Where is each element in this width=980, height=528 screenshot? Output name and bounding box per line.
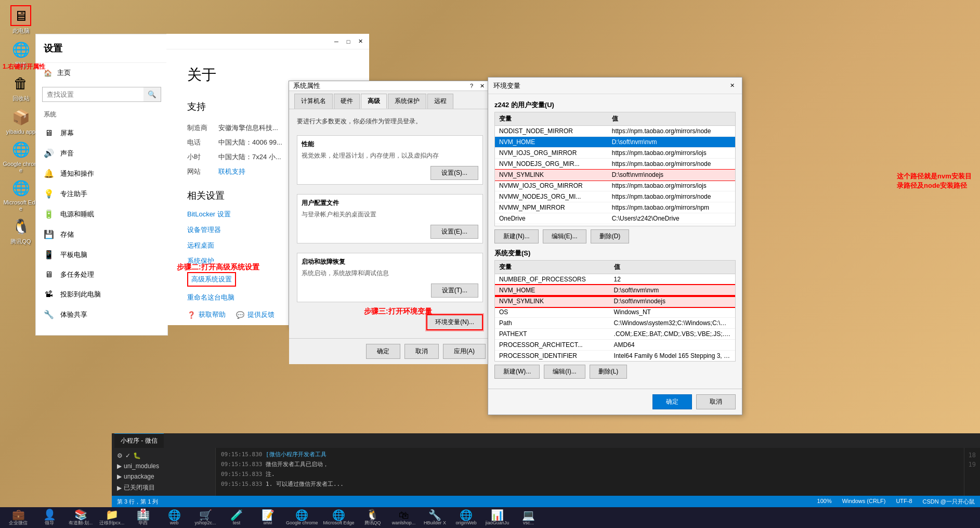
settings-item-tablet[interactable]: 📱 平板电脑 xyxy=(36,244,167,265)
desktop-icon-yibaidu[interactable]: 📦 yibaidu app xyxy=(3,107,39,135)
tab-sys-protection[interactable]: 系统保护 xyxy=(388,94,426,109)
sys-var-row[interactable]: NUMBER_OF_PROCESSORS12 xyxy=(495,274,735,285)
sys-var-row[interactable]: PROCESSOR_ARCHITECT...AMD64 xyxy=(495,340,735,351)
taskbar-item-lead[interactable]: 👤 领导 xyxy=(34,508,65,527)
settings-search-button[interactable]: 🔍 xyxy=(143,87,161,101)
taskbar-item-pcx[interactable]: 📁 迁移到pcx... xyxy=(96,508,127,527)
profile-settings-button[interactable]: 设置(E)... xyxy=(430,225,478,239)
sys-var-row[interactable]: PATHEXT.COM;.EXE;.BAT;.CMD;.VBS;.VBE;.JS… xyxy=(495,329,735,340)
pcx-label: 迁移到pcx... xyxy=(99,520,125,526)
about-maximize-button[interactable]: □ xyxy=(344,37,353,46)
settings-search-input[interactable] xyxy=(43,87,143,101)
about-close-button[interactable]: ✕ xyxy=(356,37,365,46)
desktop-icon-google-chrome[interactable]: 🌐 Google chrome xyxy=(3,139,39,173)
taskbar-item-edge[interactable]: 🌐 Microsoft Edge xyxy=(321,508,357,527)
taskbar-item-enterprise[interactable]: 💼 企业微信 xyxy=(3,508,34,527)
vsc-icon: 💻 xyxy=(522,510,535,520)
file-tree-item-unpackage[interactable]: ▶ unpackage xyxy=(112,471,215,482)
env-vars-button[interactable]: 环境变量(N)... xyxy=(426,314,483,330)
sys-var-row[interactable]: PROCESSOR_LEVEL6 xyxy=(495,362,735,362)
tab-computer-name[interactable]: 计算机名 xyxy=(294,94,333,109)
file-tree-item-uni[interactable]: ▶ uni_modules xyxy=(112,461,215,471)
desktop-icon-network[interactable]: 🌐 网络 xyxy=(3,39,39,69)
sys-var-row[interactable]: NVM_HOMED:\soft\nvm\nvm xyxy=(495,285,735,296)
notifications-icon: 🔔 xyxy=(44,169,54,178)
sys-var-row[interactable]: NVM_SYMLINKD:\soft\nvm\nodejs xyxy=(495,296,735,307)
editor-tab-wechat[interactable]: 小程序 - 微信 xyxy=(114,433,164,448)
settings-item-power[interactable]: 🔋 电源和睡眠 xyxy=(36,204,167,224)
sys-new-button[interactable]: 新建(W)... xyxy=(494,365,540,379)
about-feedback-link[interactable]: 提供反馈 xyxy=(247,310,275,319)
settings-item-storage[interactable]: 💾 存储 xyxy=(36,224,167,244)
user-edit-button[interactable]: 编辑(E)... xyxy=(543,229,586,243)
about-advanced-sys-link[interactable]: 高级系统设置 xyxy=(187,272,236,287)
settings-item-multitask[interactable]: 🖥 多任务处理 xyxy=(36,265,167,285)
taskbar-item-yshop[interactable]: 🛒 yshop2c... xyxy=(190,508,221,527)
sys-var-row[interactable]: OSWindows_NT xyxy=(495,307,735,318)
about-get-help[interactable]: ❓ 获取帮助 xyxy=(187,310,226,319)
sys-edit-button[interactable]: 编辑(I)... xyxy=(544,365,585,379)
about-get-help-link[interactable]: 获取帮助 xyxy=(199,310,226,319)
about-minimize-button[interactable]: ─ xyxy=(332,37,341,46)
desktop-icon-qq[interactable]: 🐧 腾讯QQ xyxy=(3,216,39,246)
taskbar-item-chrome[interactable]: 🌐 Google chrome xyxy=(283,508,321,527)
taskbar-item-unlapp[interactable]: 📚 有道翻-划... xyxy=(65,508,96,527)
sys-props-help-button[interactable]: ? xyxy=(467,81,476,91)
user-delete-button[interactable]: 删除(D) xyxy=(591,229,630,243)
startup-settings-button[interactable]: 设置(T)... xyxy=(431,284,478,298)
settings-search-box[interactable]: 🔍 xyxy=(42,87,161,102)
settings-item-notifications[interactable]: 🔔 通知和操作 xyxy=(36,163,167,184)
sys-props-close-button[interactable]: ✕ xyxy=(477,81,487,91)
tab-remote[interactable]: 远程 xyxy=(427,94,453,109)
about-website-link[interactable]: 联机支持 xyxy=(218,167,245,176)
tab-advanced[interactable]: 高级 xyxy=(361,94,387,109)
google-chrome-icon: 🌐 xyxy=(10,139,31,160)
desktop-icon-recycle[interactable]: 🗑 回收站 xyxy=(3,73,39,102)
sys-var-row[interactable]: PROCESSOR_IDENTIFIERIntel64 Family 6 Mod… xyxy=(495,351,735,362)
settings-item-project[interactable]: 📽 投影到此电脑 xyxy=(36,285,167,304)
sys-props-ok-button[interactable]: 确定 xyxy=(366,344,400,359)
taskbar-item-vsc[interactable]: 💻 vsc... xyxy=(513,508,544,527)
qq-label: 腾讯QQ xyxy=(10,238,31,246)
sys-props-cancel-button[interactable]: 取消 xyxy=(404,344,439,359)
taskbar-item-test[interactable]: 🧪 test xyxy=(221,508,252,527)
sys-props-apply-button[interactable]: 应用(A) xyxy=(443,344,486,359)
user-var-row[interactable]: NVMW_NODEJS_ORG_MI...https://npm.taobao.… xyxy=(495,191,735,202)
taskbar-item-wiwi[interactable]: 📝 wiwi xyxy=(252,508,283,527)
sys-var-row[interactable]: PathC:\Windows\system32;C:\Windows;C:\Wi… xyxy=(495,318,735,329)
tab-hardware[interactable]: 硬件 xyxy=(334,94,360,109)
env-ok-button[interactable]: 确定 xyxy=(652,394,692,409)
taskbar-item-huaxi[interactable]: 🏥 华西 xyxy=(127,508,159,527)
file-tree-toolbar[interactable]: ⚙ ✓ 🐛 xyxy=(112,450,215,461)
taskbar-item-qq[interactable]: 🐧 腾讯QQ xyxy=(357,508,388,527)
desktop-icon-my-computer[interactable]: 🖥 此电脑 xyxy=(3,5,39,35)
taskbar-item-jiaoguan[interactable]: 📊 jiaoGuanJu xyxy=(482,508,513,527)
user-new-button[interactable]: 新建(N)... xyxy=(494,229,539,243)
taskbar-item-hbuilder[interactable]: 🔧 HBuilder X xyxy=(420,508,451,527)
user-var-row[interactable]: NVM_HOMED:\soft\nvm\nvm xyxy=(495,137,735,148)
taskbar-item-originweb[interactable]: 🌐 originWeb xyxy=(451,508,482,527)
user-var-row[interactable]: NVM_IOJS_ORG_MIRRORhttps://npm.taobao.or… xyxy=(495,148,735,159)
file-tree-item-closed[interactable]: ▶ 已关闭项目 xyxy=(112,482,215,494)
user-var-row[interactable]: NVMW_NPM_MIRRORhttps://npm.taobao.org/mi… xyxy=(495,202,735,213)
perf-settings-button[interactable]: 设置(S)... xyxy=(430,166,478,180)
settings-item-sound[interactable]: 🔊 声音 xyxy=(36,143,167,163)
sys-delete-button[interactable]: 删除(L) xyxy=(590,365,628,379)
taskbar-item-web[interactable]: 🌐 web xyxy=(159,508,190,527)
taskbar-item-wanlshop[interactable]: 🛍 wanlshop... xyxy=(388,508,420,527)
user-var-row[interactable]: NVMW_IOJS_ORG_MIRRORhttps://npm.taobao.o… xyxy=(495,181,735,191)
env-cancel-button[interactable]: 取消 xyxy=(696,394,736,409)
help-icon: ❓ xyxy=(187,311,195,319)
env-dialog-close-button[interactable]: ✕ xyxy=(727,81,737,91)
user-var-row[interactable]: NVM_NODEJS_ORG_MIR...https://npm.taobao.… xyxy=(495,159,735,170)
settings-item-shared[interactable]: 🔧 体验共享 xyxy=(36,304,167,325)
user-var-row[interactable]: NVM_SYMLINKD:\soft\nvm\nodejs xyxy=(495,170,735,181)
user-var-row[interactable]: NODIST_NODE_MIRRORhttps://npm.taobao.org… xyxy=(495,126,735,137)
user-var-row[interactable]: OneDriveC:\Users\z242\OneDrive xyxy=(495,213,735,224)
user-var-row[interactable]: PathC:\Users\z242\AppData\Local\Microsof… xyxy=(495,224,735,227)
desktop-icon-edge[interactable]: 🌐 Microsoft Edge xyxy=(3,177,39,212)
settings-item-focus[interactable]: 💡 专注助手 xyxy=(36,184,167,204)
about-feedback[interactable]: 💬 提供反馈 xyxy=(236,310,275,319)
settings-item-screen[interactable]: 🖥 屏幕 xyxy=(36,123,167,143)
settings-home-button[interactable]: 🏠 主页 xyxy=(36,63,167,83)
